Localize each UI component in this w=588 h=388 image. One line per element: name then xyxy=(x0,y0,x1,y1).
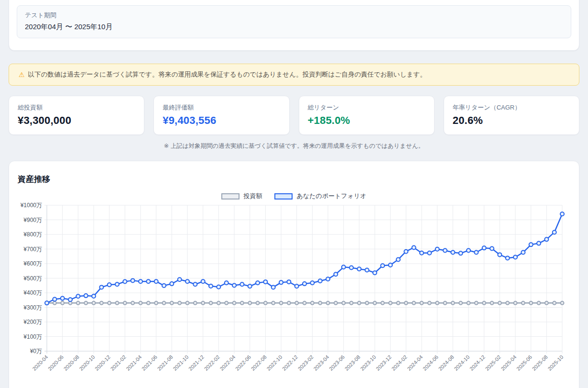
legend-label-investment: 投資額 xyxy=(243,192,262,200)
asset-line-chart[interactable]: ¥0万¥100万¥200万¥300万¥400万¥500万¥600万¥700万¥8… xyxy=(9,201,579,388)
svg-text:2021-08: 2021-08 xyxy=(156,354,174,372)
chart-title: 資産推移 xyxy=(9,174,579,185)
legend-label-portfolio: あなたのポートフォリオ xyxy=(296,192,366,200)
svg-text:2022-12: 2022-12 xyxy=(281,354,299,372)
svg-text:¥200万: ¥200万 xyxy=(23,319,42,325)
stat-label: 総投資額 xyxy=(18,103,135,112)
svg-text:2021-02: 2021-02 xyxy=(109,354,127,372)
svg-text:2025-08: 2025-08 xyxy=(531,354,549,372)
test-period-card: テスト期間 2020年04月 〜 2025年10月 xyxy=(9,0,579,51)
chart-legend: 投資額 あなたのポートフォリオ xyxy=(9,192,579,200)
svg-text:2025-02: 2025-02 xyxy=(484,354,502,372)
svg-text:2023-08: 2023-08 xyxy=(344,354,361,372)
disclaimer-banner-text: 以下の数値は過去データに基づく試算です。将来の運用成果を保証するものではありませ… xyxy=(28,70,426,79)
test-period-box: テスト期間 2020年04月 〜 2025年10月 xyxy=(17,5,571,38)
svg-text:¥800万: ¥800万 xyxy=(23,231,42,238)
svg-text:2023-10: 2023-10 xyxy=(359,354,377,372)
svg-text:2024-04: 2024-04 xyxy=(406,354,424,372)
svg-text:2020-04: 2020-04 xyxy=(31,354,49,372)
test-period-label: テスト期間 xyxy=(25,11,563,20)
svg-text:2023-04: 2023-04 xyxy=(312,354,330,372)
svg-text:2022-10: 2022-10 xyxy=(265,354,283,372)
stat-value: ¥9,403,556 xyxy=(163,114,280,127)
svg-text:2024-10: 2024-10 xyxy=(453,354,470,372)
svg-text:¥0万: ¥0万 xyxy=(30,348,42,355)
svg-text:¥1000万: ¥1000万 xyxy=(20,202,42,209)
svg-text:¥700万: ¥700万 xyxy=(23,246,42,253)
svg-text:¥500万: ¥500万 xyxy=(23,275,42,282)
svg-text:2023-12: 2023-12 xyxy=(375,354,392,372)
svg-text:2020-10: 2020-10 xyxy=(78,354,96,372)
svg-text:2021-10: 2021-10 xyxy=(172,354,189,372)
test-period-value: 2020年04月 〜 2025年10月 xyxy=(25,22,563,32)
svg-text:2023-06: 2023-06 xyxy=(328,354,346,372)
legend-swatch-investment xyxy=(221,193,240,200)
warning-icon: ⚠ xyxy=(19,71,25,78)
svg-text:¥600万: ¥600万 xyxy=(23,260,42,267)
stats-note: ※ 上記は対象期間の過去実績に基づく試算値です。将来の運用成果を示すものではあり… xyxy=(9,142,579,150)
stats-row: 総投資額 ¥3,300,000 最終評価額 ¥9,403,556 総リターン +… xyxy=(9,96,579,135)
stat-card-total-investment: 総投資額 ¥3,300,000 xyxy=(9,96,144,135)
svg-text:¥900万: ¥900万 xyxy=(23,217,42,223)
stat-card-total-return: 総リターン +185.0% xyxy=(299,96,435,135)
chart-canvas[interactable]: ¥0万¥100万¥200万¥300万¥400万¥500万¥600万¥700万¥8… xyxy=(9,201,579,388)
svg-text:2022-02: 2022-02 xyxy=(203,354,221,372)
svg-text:2025-04: 2025-04 xyxy=(500,354,517,372)
legend-swatch-portfolio xyxy=(274,193,293,200)
svg-text:2022-04: 2022-04 xyxy=(218,354,236,372)
stat-card-cagr: 年率リターン（CAGR） 20.6% xyxy=(444,96,579,135)
svg-text:¥400万: ¥400万 xyxy=(23,289,42,296)
stat-value: +185.0% xyxy=(308,114,425,127)
svg-text:2024-02: 2024-02 xyxy=(391,354,408,372)
svg-text:2025-06: 2025-06 xyxy=(515,354,533,372)
page: テスト期間 2020年04月 〜 2025年10月 ⚠ 以下の数値は過去データに… xyxy=(0,0,588,388)
svg-text:2021-06: 2021-06 xyxy=(141,354,158,372)
stat-label: 最終評価額 xyxy=(163,103,280,112)
svg-text:2020-06: 2020-06 xyxy=(47,354,65,372)
svg-text:2020-12: 2020-12 xyxy=(94,354,111,372)
svg-text:2020-08: 2020-08 xyxy=(63,354,80,372)
stat-label: 総リターン xyxy=(308,103,425,112)
stat-card-final-value: 最終評価額 ¥9,403,556 xyxy=(153,96,289,135)
stat-value: 20.6% xyxy=(453,114,570,127)
svg-text:2024-08: 2024-08 xyxy=(437,354,455,372)
svg-text:2024-06: 2024-06 xyxy=(422,354,439,372)
legend-item-investment[interactable]: 投資額 xyxy=(221,192,262,200)
disclaimer-banner: ⚠ 以下の数値は過去データに基づく試算です。将来の運用成果を保証するものではあり… xyxy=(9,64,579,86)
svg-text:2022-08: 2022-08 xyxy=(250,354,268,372)
stat-value: ¥3,300,000 xyxy=(18,114,135,127)
svg-text:¥100万: ¥100万 xyxy=(23,333,42,340)
svg-text:2024-12: 2024-12 xyxy=(468,354,486,372)
svg-text:2023-02: 2023-02 xyxy=(297,354,315,372)
svg-text:2021-12: 2021-12 xyxy=(187,354,205,372)
stat-label: 年率リターン（CAGR） xyxy=(453,103,570,112)
svg-text:¥300万: ¥300万 xyxy=(23,304,42,311)
legend-item-portfolio[interactable]: あなたのポートフォリオ xyxy=(274,192,366,200)
asset-chart-card: 資産推移 投資額 あなたのポートフォリオ ¥0万¥100万¥200万¥300万¥… xyxy=(9,161,579,388)
svg-text:2025-10: 2025-10 xyxy=(546,354,564,372)
svg-text:2022-06: 2022-06 xyxy=(234,354,252,372)
svg-text:2021-04: 2021-04 xyxy=(125,354,142,372)
